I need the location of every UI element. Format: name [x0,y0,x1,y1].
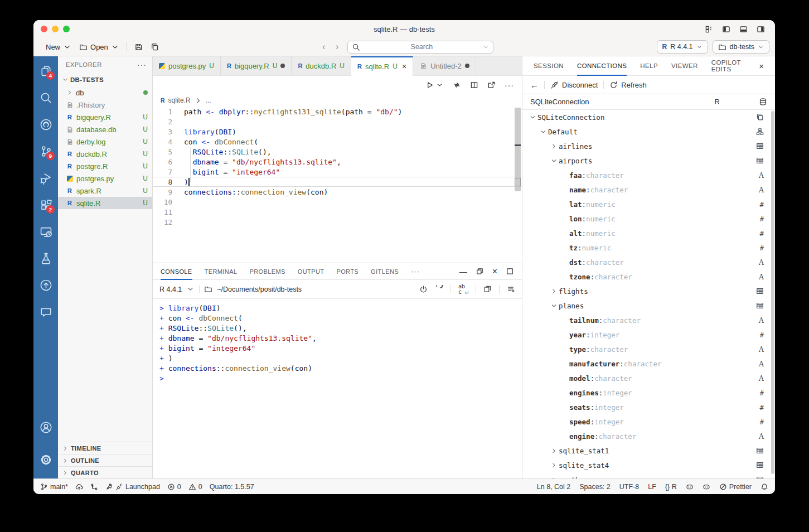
panel-close-button[interactable]: × [492,267,497,277]
explorer-more-actions[interactable]: ··· [137,60,147,69]
panel-minimize-button[interactable]: — [459,267,467,276]
status-prettier[interactable]: Prettier [719,483,752,491]
toggle-right-panel-button[interactable] [757,25,765,33]
code-line-8[interactable]: 8) [153,177,522,187]
tree-node-tz[interactable]: tz : numeric# [522,240,775,255]
status-launchpad[interactable]: Launchpad [105,483,160,491]
tree-node-dst[interactable]: dst : characterA [522,255,775,269]
editor-tab-sqlite-r[interactable]: Rsqlite.RU× [351,56,413,76]
execute-mode-button[interactable]: abc ↵ [458,284,468,295]
tree-node-manufacturer[interactable]: manufacturer : characterA [522,356,775,371]
panel-tab-output[interactable]: OUTPUT [298,263,324,280]
right-tab-copilot-edits[interactable]: COPILOT EDITS [711,56,745,76]
status-publish-changes[interactable] [75,483,83,491]
tree-node-SQLiteConnection[interactable]: SQLiteConnection [522,110,775,124]
status-cursor-position[interactable]: Ln 8, Col 2 [537,483,570,491]
tree-node-tailnum[interactable]: tailnum : characterA [522,313,775,327]
status-notifications[interactable] [760,483,768,491]
tree-node-sqlite_stat1[interactable]: sqlite_stat1 [522,443,775,458]
code-line-12[interactable]: 12 [153,217,522,227]
breadcrumb[interactable]: R sqlite.R ... [153,94,522,107]
open-console-in-editor-button[interactable] [483,285,492,293]
panel-tab-problems[interactable]: PROBLEMS [249,263,285,280]
explorer-file-database.db[interactable]: database.dbU [58,123,152,136]
search-input[interactable] [360,43,483,51]
tree-node-name[interactable]: name : characterA [522,182,775,197]
status-indentation[interactable]: Spaces: 2 [579,483,611,491]
search-box[interactable] [347,41,493,54]
activity-item-settings[interactable] [33,446,58,473]
tree-node-engines[interactable]: engines : integer# [522,385,775,400]
forward-button[interactable]: › [335,41,340,52]
explorer-file-bigquery.R[interactable]: Rbigquery.RU [58,111,152,123]
back-arrow-button[interactable]: ← [530,80,539,90]
tree-node-year[interactable]: year : integer# [522,327,775,342]
open-in-new-window-button[interactable] [487,81,496,89]
tree-node-tzone[interactable]: tzone : characterA [522,269,775,284]
tree-node-Default[interactable]: Default [522,124,775,139]
open-button[interactable]: Open [75,41,123,53]
code-line-2[interactable]: 2 [153,117,522,127]
status-git-branch[interactable]: main* [40,483,68,491]
code-line-11[interactable]: 11 [153,207,522,217]
explorer-file-postgre.R[interactable]: Rpostgre.RU [58,160,152,172]
activity-item-explorer[interactable]: 4 [33,57,58,84]
code-line-3[interactable]: 3library(DBI) [153,127,522,137]
tree-node-faa[interactable]: faa : characterA [522,168,775,182]
tree-node-engine[interactable]: engine : characterA [522,429,775,443]
explorer-file-postgres.py[interactable]: postgres.pyU [58,172,152,185]
split-editor-button[interactable] [470,81,478,89]
explorer-file-derby.log[interactable]: derby.logU [58,136,152,148]
panel-tab-console[interactable]: CONSOLE [161,263,192,280]
activity-item-flask[interactable] [33,245,58,272]
breadcrumb-symbol[interactable]: ... [206,96,211,104]
save-button[interactable] [130,41,147,53]
tree-node-airports[interactable]: airports [522,153,775,168]
clear-console-button[interactable] [507,285,515,293]
disconnect-button[interactable]: Disconnect [550,81,598,89]
right-tab-connections[interactable]: CONNECTIONS [577,56,627,76]
status-quarto-version[interactable]: Quarto: 1.5.57 [210,483,254,491]
section-outline[interactable]: OUTLINE [58,454,152,466]
editor-tab-duckdb-r[interactable]: Rduckdb.RU [292,56,351,75]
status-copilot-status[interactable] [686,483,694,491]
status-source-control-graph[interactable] [90,483,98,491]
tree-node-sqlite_stat4[interactable]: sqlite_stat4 [522,458,775,472]
tree-node-lat[interactable]: lat : numeric# [522,197,775,211]
right-tab-help[interactable]: HELP [640,56,658,76]
status-copilot-chat-status[interactable] [703,483,710,491]
activity-item-debug[interactable] [33,165,58,191]
right-panel-close-button[interactable]: × [759,61,764,71]
back-button[interactable]: ‹ [321,41,327,52]
code-line-10[interactable]: 10 [153,197,522,207]
tree-node-airlines[interactable]: airlines [522,139,775,153]
activity-item-chat[interactable] [33,298,58,325]
connection-header-row[interactable]: SQLiteConnection R [522,94,775,110]
editor-more-actions[interactable]: ··· [505,81,514,90]
interpreter-selector[interactable]: R R 4.4.1 [657,40,708,54]
tree-node-weather[interactable]: weather [522,472,775,478]
panel-more-tabs[interactable]: ··· [411,267,420,275]
code-line-6[interactable]: 6 dbname = "db/nycflights13.sqlite", [153,157,522,167]
section-quarto[interactable]: QUARTO [58,466,152,478]
activity-item-account[interactable] [33,414,58,441]
activity-item-monitor[interactable] [33,218,58,245]
code-line-4[interactable]: 4con <- dbConnect( [153,137,522,147]
run-file-button[interactable] [425,81,444,89]
tree-node-model[interactable]: model : characterA [522,371,775,385]
explorer-root-folder[interactable]: DB-TESTS [58,73,152,86]
shutdown-session-button[interactable] [419,285,428,293]
activity-item-extensions[interactable]: 2 [33,191,58,218]
console-output[interactable]: > library(DBI)+ con <- dbConnect(+ RSQLi… [153,299,522,478]
status-encoding[interactable]: UTF-8 [619,483,639,491]
minimize-window-button[interactable] [52,26,59,32]
code-line-5[interactable]: 5 RSQLite::SQLite(), [153,147,522,157]
panel-maximize-button[interactable] [506,267,514,275]
save-all-button[interactable] [147,41,163,53]
tree-node-alt[interactable]: alt : numeric# [522,226,775,240]
new-button[interactable]: New [39,41,75,53]
code-editor[interactable]: 1path <- dbplyr::nycflights131_sqlite(pa… [153,107,522,263]
tree-node-speed[interactable]: speed : integer# [522,414,775,429]
panel-tab-gitlens[interactable]: GITLENS [371,263,399,280]
connections-scrollbar[interactable] [771,111,774,474]
